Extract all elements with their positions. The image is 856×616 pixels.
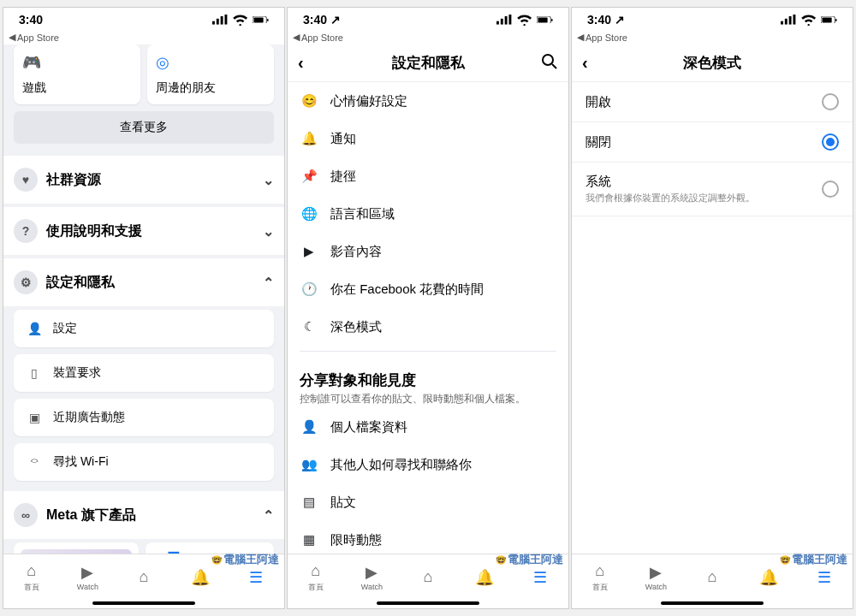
setting-item-people[interactable]: 👥其他人如何尋找和聯絡你: [288, 446, 568, 483]
setting-item-globe[interactable]: 🌐語言和區域: [288, 195, 568, 233]
home-icon: ⌂: [21, 562, 42, 581]
status-bar: 3:40 ↗: [288, 8, 568, 32]
setting-item-media[interactable]: ▶影音內容: [288, 233, 568, 270]
tab-watch[interactable]: ▶Watch: [344, 554, 401, 600]
accordion-meta-products[interactable]: ∞ Meta 旗下產品 ⌃: [3, 488, 284, 539]
back-button[interactable]: ‹: [298, 53, 304, 73]
svg-rect-9: [505, 16, 508, 25]
bell-icon: 🔔: [190, 568, 211, 587]
search-button[interactable]: [541, 53, 558, 74]
settings-sublist: 👤設定 ▯裝置要求 ▣近期廣告動態 ⌔尋找 Wi-Fi: [3, 306, 284, 488]
radio-option[interactable]: 關閉: [572, 122, 853, 163]
svg-point-14: [543, 55, 553, 65]
home-icon: ⌂: [306, 562, 326, 581]
post-icon: ▤: [300, 493, 318, 512]
menu-content: 🎮 遊戲 ◎ 周邊的朋友 查看更多 ♥ 社群資源 ⌄ ? 使用說明和支援 ⌄ ⚙…: [3, 44, 284, 554]
setting-item-story[interactable]: ▦限時動態: [288, 521, 568, 554]
moon-icon: ☾: [300, 317, 318, 336]
radio-option[interactable]: 開啟: [572, 82, 853, 122]
market-icon: ⌂: [702, 568, 722, 587]
see-more-button[interactable]: 查看更多: [14, 111, 274, 144]
app-return-link[interactable]: ◀ App Store: [572, 32, 853, 44]
setting-item-pin[interactable]: 📌捷徑: [288, 157, 568, 195]
subitem-device[interactable]: ▯裝置要求: [14, 354, 274, 392]
tab-home[interactable]: ⌂首頁: [3, 554, 60, 600]
tile-games[interactable]: 🎮 遊戲: [14, 44, 140, 104]
setting-label: 個人檔案資料: [330, 419, 407, 435]
signal-icon: [212, 15, 229, 25]
pin-icon: 📌: [300, 167, 318, 186]
subitem-settings[interactable]: 👤設定: [14, 310, 274, 347]
help-icon: ?: [14, 219, 38, 243]
home-indicator[interactable]: [377, 601, 479, 605]
clock-icon: 🕐: [300, 280, 318, 299]
header: ‹ 深色模式: [572, 44, 853, 82]
chevron-up-icon: ⌃: [263, 507, 274, 524]
tab-market[interactable]: ⌂: [116, 554, 172, 600]
globe-icon: 🌐: [300, 204, 318, 223]
subitem-wifi[interactable]: ⌔尋找 Wi-Fi: [14, 443, 274, 481]
radio-indicator: [822, 93, 839, 110]
tile-ads-manager[interactable]: ▪▮█ 廣告管理員: [146, 542, 274, 554]
radio-label: 開啟: [586, 94, 611, 110]
darkmode-content: 開啟關閉系統我們會根據你裝置的系統設定調整外觀。: [572, 82, 853, 554]
accordion-community[interactable]: ♥ 社群資源 ⌄: [3, 152, 284, 204]
bell-icon: 🔔: [300, 129, 318, 148]
menu-icon: ☰: [814, 568, 835, 587]
tab-menu[interactable]: ☰: [796, 554, 853, 600]
setting-item-post[interactable]: ▤貼文: [288, 483, 568, 521]
menu-icon: ☰: [530, 568, 550, 587]
app-return-link[interactable]: ◀ App Store: [3, 32, 284, 44]
accordion-settings-privacy[interactable]: ⚙ 設定和隱私 ⌃: [3, 255, 284, 306]
menu-icon: ☰: [246, 568, 266, 587]
radio-sublabel: 我們會根據你裝置的系統設定調整外觀。: [586, 192, 755, 204]
setting-label: 捷徑: [330, 169, 356, 185]
svg-rect-21: [822, 17, 831, 22]
tab-menu[interactable]: ☰: [228, 554, 284, 600]
wifi-icon: [800, 14, 817, 26]
tab-home[interactable]: ⌂首頁: [288, 554, 344, 600]
profile-icon: 👤: [300, 418, 318, 436]
tab-notif[interactable]: 🔔: [740, 554, 797, 600]
tab-watch[interactable]: ▶Watch: [60, 554, 116, 600]
home-indicator[interactable]: [661, 601, 764, 605]
tab-notif[interactable]: 🔔: [456, 554, 513, 600]
setting-item-profile[interactable]: 👤個人檔案資料: [288, 408, 568, 446]
accordion-help[interactable]: ? 使用說明和支援 ⌄: [3, 204, 284, 255]
tile-nearby-friends[interactable]: ◎ 周邊的朋友: [147, 44, 274, 104]
svg-rect-10: [509, 15, 512, 25]
tile-quest[interactable]: ○ Quest 透過 VR 頭戴式裝置觀賞影: [14, 542, 139, 554]
tab-menu[interactable]: ☰: [512, 554, 568, 600]
status-time: 3:40 ↗: [303, 13, 341, 27]
radio-option[interactable]: 系統我們會根據你裝置的系統設定調整外觀。: [572, 163, 853, 216]
meta-products-row: ○ Quest 透過 VR 頭戴式裝置觀賞影 ▪▮█ 廣告管理員: [3, 539, 284, 554]
signal-icon: [496, 15, 513, 25]
market-icon: ⌂: [134, 568, 154, 587]
tab-notif[interactable]: 🔔: [172, 554, 229, 600]
setting-label: 深色模式: [330, 319, 382, 335]
home-indicator[interactable]: [92, 601, 195, 605]
radio-label: 系統: [586, 174, 755, 190]
setting-item-bell[interactable]: 🔔通知: [288, 120, 568, 157]
setting-item-mood[interactable]: 😊心情偏好設定: [288, 82, 568, 120]
svg-rect-8: [501, 19, 503, 25]
tab-watch[interactable]: ▶Watch: [628, 554, 685, 600]
setting-item-clock[interactable]: 🕐你在 Facebook 花費的時間: [288, 270, 568, 308]
phone-icon: ▯: [26, 364, 43, 382]
watch-icon: ▶: [77, 563, 98, 582]
tab-home[interactable]: ⌂首頁: [572, 554, 628, 600]
status-indicators: [781, 14, 837, 26]
subitem-ads[interactable]: ▣近期廣告動態: [14, 399, 274, 436]
tab-market[interactable]: ⌂: [684, 554, 740, 600]
setting-item-moon[interactable]: ☾深色模式: [288, 308, 568, 346]
app-return-link[interactable]: ◀ App Store: [288, 32, 568, 44]
back-button[interactable]: ‹: [582, 53, 588, 73]
tab-bar: ⌂首頁 ▶Watch ⌂ 🔔 ☰: [3, 554, 284, 600]
tab-market[interactable]: ⌂: [400, 554, 456, 600]
meta-icon: ∞: [14, 503, 38, 527]
page-title: 設定和隱私: [392, 53, 465, 73]
market-icon: ⌂: [418, 568, 438, 587]
svg-rect-5: [253, 17, 263, 22]
people-icon: 👥: [300, 455, 318, 474]
phone-darkmode-screen: 3:40 ↗ ◀ App Store ‹ 深色模式 開啟關閉系統我們會根據你裝置…: [571, 7, 853, 609]
